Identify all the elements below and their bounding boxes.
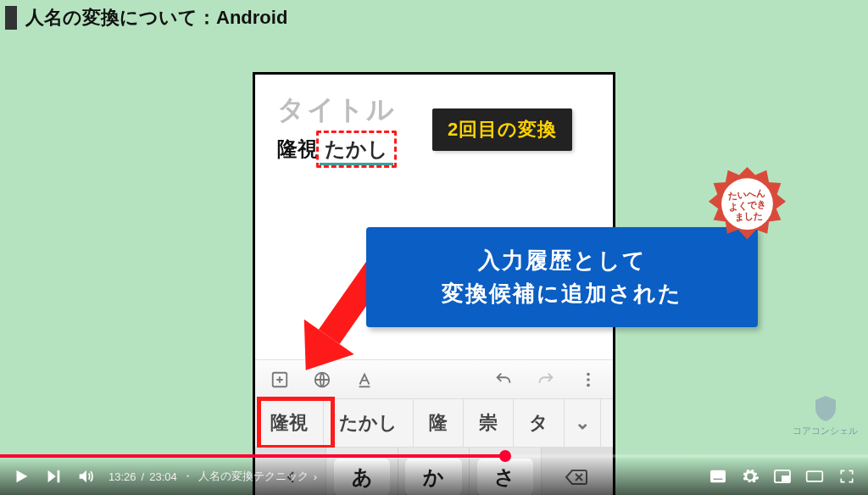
- more-icon[interactable]: [579, 370, 598, 389]
- composing-text-value: たかし: [325, 137, 388, 160]
- player-controls: 13:26 / 23:04 ・ 人名の変換テクニック ›: [0, 458, 868, 495]
- candidate-1[interactable]: 隆視: [255, 399, 324, 447]
- play-button[interactable]: [12, 467, 31, 486]
- undo-icon[interactable]: [494, 370, 513, 389]
- next-button[interactable]: [44, 467, 63, 486]
- subtitles-button[interactable]: [709, 467, 727, 486]
- channel-watermark[interactable]: コアコンシェル: [793, 394, 858, 437]
- svg-point-2: [587, 372, 590, 375]
- redo-icon[interactable]: [537, 370, 555, 389]
- candidate-4[interactable]: 崇: [464, 399, 514, 447]
- candidate-5[interactable]: タ: [514, 399, 565, 447]
- ime-underline: [320, 163, 393, 165]
- miniplayer-button[interactable]: [773, 467, 792, 486]
- svg-rect-8: [713, 478, 724, 481]
- settings-button[interactable]: [741, 467, 760, 486]
- video-frame: 人名の変換について：Android タイトル 隆視 たかし: [0, 0, 868, 495]
- svg-point-4: [587, 383, 590, 387]
- watermark-label: コアコンシェル: [793, 425, 858, 436]
- composing-text: たかし: [320, 134, 393, 164]
- chapter-title[interactable]: 人名の変換テクニック: [198, 469, 309, 484]
- total-time: 23:04: [149, 470, 177, 483]
- svg-rect-11: [807, 471, 823, 481]
- title-marker: [5, 6, 17, 30]
- text-format-icon[interactable]: [355, 370, 374, 389]
- candidate-2[interactable]: たかし: [324, 399, 414, 447]
- stamp-badge: たいへん よくでき ました: [707, 165, 787, 246]
- slide-title: 人名の変換について：Android: [25, 5, 287, 31]
- annotation-blue: 入力履歴として 変換候補に追加された: [366, 227, 758, 327]
- theater-button[interactable]: [805, 467, 824, 486]
- chapter-chevron-icon[interactable]: ›: [314, 470, 317, 483]
- svg-point-3: [587, 378, 590, 381]
- svg-rect-10: [782, 476, 788, 481]
- time-display: 13:26 / 23:04 ・ 人名の変換テクニック ›: [108, 469, 317, 484]
- annotation-blue-line2: 変換候補に追加された: [375, 277, 749, 310]
- annotation-blue-line1: 入力履歴として: [375, 244, 749, 277]
- converted-text: 隆視: [277, 136, 318, 163]
- slide-title-bar: 人名の変換について：Android: [5, 5, 287, 31]
- candidate-3[interactable]: 隆: [414, 399, 464, 447]
- current-time: 13:26: [108, 470, 136, 483]
- annotation-yellow: 2回目の変換: [432, 108, 572, 151]
- stamp-text: たいへん よくでき ました: [727, 187, 767, 224]
- candidate-expand[interactable]: ⌄: [565, 399, 601, 447]
- add-box-icon[interactable]: [270, 370, 289, 389]
- candidate-row: 隆視 たかし 隆 崇 タ ⌄: [255, 398, 613, 448]
- volume-button[interactable]: [76, 467, 95, 486]
- fullscreen-button[interactable]: [837, 467, 856, 486]
